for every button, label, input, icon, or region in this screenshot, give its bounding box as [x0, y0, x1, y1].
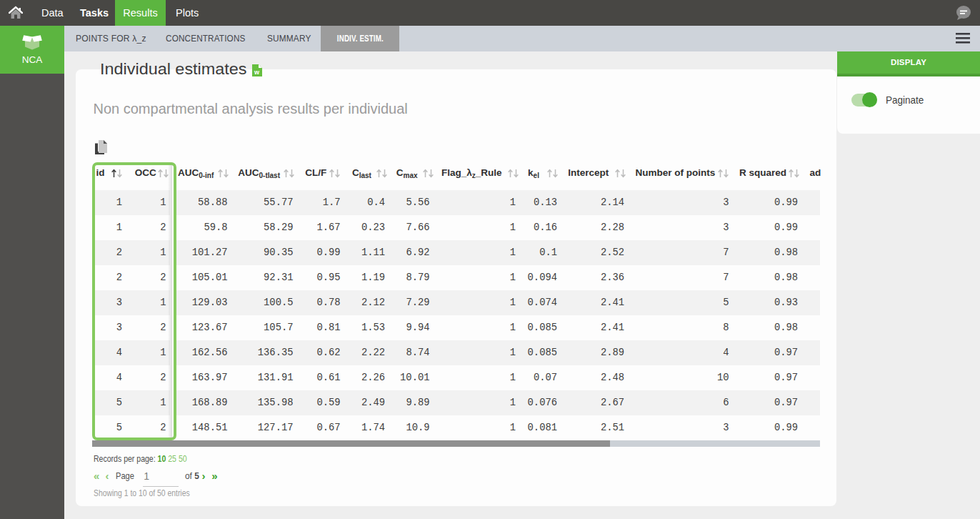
svg-text:w: w — [254, 68, 260, 75]
